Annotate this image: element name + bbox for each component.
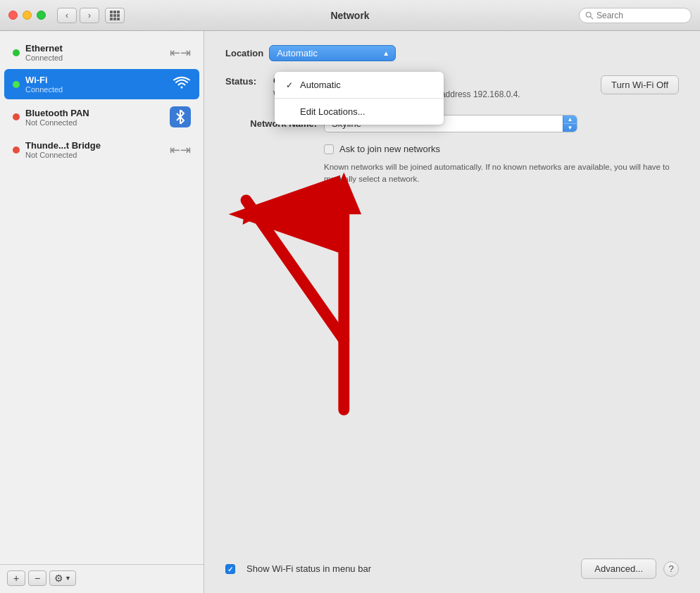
add-network-button[interactable]: + [7, 570, 25, 586]
sidebar: Ethernet Connected ⇤⇥ Wi-Fi Connected [0, 31, 204, 593]
sidebar-item-wifi[interactable]: Wi-Fi Connected [4, 69, 199, 99]
forward-button[interactable]: › [80, 8, 99, 23]
gear-menu-button[interactable]: ⚙ ▼ [49, 570, 76, 586]
network-name-label: Ethernet [25, 43, 167, 54]
thunderbolt-status-label: Not Connected [25, 151, 167, 159]
sidebar-item-bluetooth[interactable]: Bluetooth PAN Not Connected [4, 101, 199, 133]
turn-wifi-off-button[interactable]: Turn Wi-Fi Off [601, 75, 679, 94]
ask-join-label: Ask to join new networks [339, 144, 440, 154]
dropdown-item-label: Automatic [300, 80, 341, 90]
bottom-bar: Show Wi-Fi status in menu bar Advanced..… [225, 550, 679, 579]
wifi-signal-icon [173, 76, 191, 92]
status-dot-wifi [13, 81, 20, 88]
remove-network-button[interactable]: − [28, 570, 46, 586]
thunderbolt-icon: ⇤⇥ [170, 142, 191, 158]
grid-icon [110, 11, 120, 20]
back-button[interactable]: ‹ [57, 8, 77, 23]
network-status-ethernet: Connected [25, 54, 167, 62]
location-value: Automatic [277, 48, 318, 58]
ask-join-checkbox[interactable] [324, 144, 334, 154]
sidebar-controls: + − ⚙ ▼ [0, 564, 204, 593]
dropdown-divider [275, 98, 444, 99]
gear-dropdown-arrow: ▼ [65, 575, 71, 582]
svg-marker-5 [243, 200, 264, 225]
dropdown-edit-label: Edit Locations... [300, 106, 365, 117]
status-dot-bluetooth [13, 113, 20, 120]
sidebar-item-thunderbolt[interactable]: Thunde...t Bridge Not Connected ⇤⇥ [4, 135, 199, 165]
nav-buttons: ‹ › [57, 8, 99, 23]
network-info-wifi: Wi-Fi Connected [25, 75, 168, 94]
window-title: Network [330, 10, 369, 21]
help-button[interactable]: ? [663, 561, 679, 577]
search-input[interactable] [596, 11, 685, 20]
stepper-down-button[interactable]: ▼ [563, 124, 577, 132]
right-panel: Location Automatic ▲ ✓ Automatic Edit Lo… [204, 31, 700, 593]
location-dropdown[interactable]: Automatic ▲ [269, 45, 396, 61]
search-icon [585, 11, 594, 20]
dropdown-item-automatic[interactable]: ✓ Automatic [275, 75, 444, 95]
bottom-right-buttons: Advanced... ? [581, 558, 679, 579]
ethernet-icon: ⇤⇥ [170, 45, 191, 61]
wifi-status-label: Connected [25, 85, 168, 94]
dropdown-item-edit-locations[interactable]: Edit Locations... [275, 101, 444, 122]
search-box[interactable] [579, 8, 692, 23]
checkmark-icon: ✓ [286, 80, 296, 90]
traffic-lights [8, 11, 46, 20]
dropdown-arrow-icon: ▲ [382, 49, 389, 57]
show-wifi-label: Show Wi-Fi status in menu bar [246, 563, 371, 574]
gear-icon: ⚙ [54, 573, 63, 584]
grid-button[interactable] [105, 8, 125, 23]
sidebar-item-ethernet[interactable]: Ethernet Connected ⇤⇥ [4, 37, 199, 68]
thunderbolt-name-label: Thunde...t Bridge [25, 140, 167, 151]
fullscreen-button[interactable] [37, 11, 46, 20]
show-wifi-checkbox[interactable] [225, 564, 235, 574]
close-button[interactable] [8, 11, 18, 20]
svg-line-1 [590, 16, 593, 19]
location-label: Location [225, 48, 263, 58]
ask-join-description: Known networks will be joined automatica… [324, 161, 679, 186]
bluetooth-status-label: Not Connected [25, 118, 167, 127]
location-row: Location Automatic ▲ ✓ Automatic Edit Lo… [225, 45, 679, 61]
svg-point-0 [586, 12, 591, 17]
status-dot-thunderbolt [13, 146, 20, 154]
titlebar: ‹ › Network [0, 0, 700, 31]
stepper-up-button[interactable]: ▲ [563, 116, 577, 124]
status-dot-ethernet [13, 49, 20, 56]
bluetooth-name-label: Bluetooth PAN [25, 108, 167, 118]
network-info-thunderbolt: Thunde...t Bridge Not Connected [25, 140, 167, 159]
wifi-name-label: Wi-Fi [25, 75, 168, 85]
minimize-button[interactable] [23, 11, 32, 20]
status-label: Status: [225, 75, 268, 87]
advanced-button[interactable]: Advanced... [581, 558, 656, 579]
bluetooth-icon [170, 106, 191, 127]
ask-join-row: Ask to join new networks [324, 144, 679, 154]
network-info-bluetooth: Bluetooth PAN Not Connected [25, 108, 167, 127]
main-content: Ethernet Connected ⇤⇥ Wi-Fi Connected [0, 31, 700, 593]
location-dropdown-menu: ✓ Automatic Edit Locations... [275, 72, 444, 125]
network-info-ethernet: Ethernet Connected [25, 43, 167, 62]
show-wifi-row: Show Wi-Fi status in menu bar [225, 563, 371, 574]
stepper-buttons: ▲ ▼ [563, 116, 577, 132]
